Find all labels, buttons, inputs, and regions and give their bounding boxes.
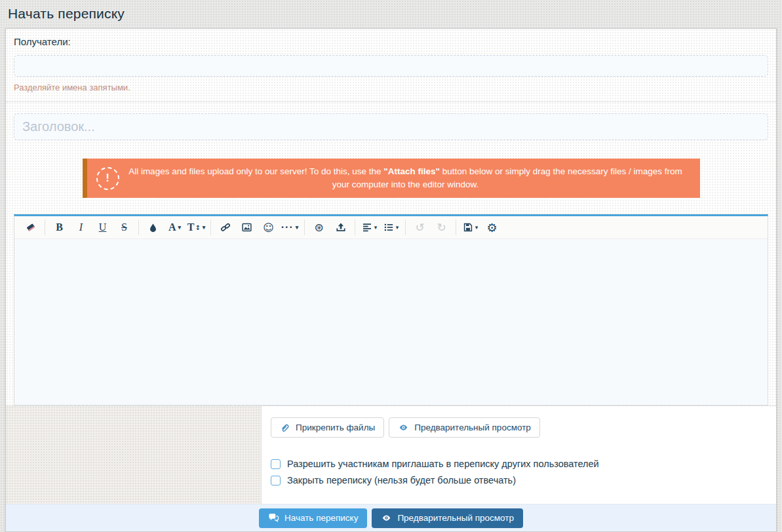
- chevron-down-icon: ▾: [203, 224, 206, 231]
- chevron-down-icon: ▾: [374, 224, 378, 231]
- chevron-down-icon: ▾: [296, 224, 300, 231]
- recipients-section: Получатели: Разделяйте имена запятыми.: [6, 29, 776, 102]
- option-label: Закрыть переписку (нельзя будет больше о…: [287, 475, 516, 485]
- eye-icon: [398, 423, 409, 432]
- option-allow-invite[interactable]: Разрешить участникам приглашать в перепи…: [271, 459, 767, 469]
- font-color-button[interactable]: A▾: [164, 218, 186, 237]
- tint-icon[interactable]: [142, 218, 164, 237]
- preview-label: Предварительный просмотр: [414, 423, 531, 432]
- compose-form-panel: Получатели: Разделяйте имена запятыми. !…: [5, 28, 777, 532]
- insert-link-icon[interactable]: [214, 218, 236, 237]
- warning-icon: !: [96, 167, 119, 190]
- subject-input[interactable]: [14, 113, 768, 140]
- options-list: Разрешить участникам приглашать в перепи…: [271, 459, 767, 485]
- start-conversation-label: Начать переписку: [284, 513, 358, 523]
- toolbar-separator: [304, 219, 305, 235]
- chevron-down-icon: ▾: [475, 224, 479, 231]
- checkbox-lock-conversation[interactable]: [271, 476, 281, 485]
- settings-gear-icon[interactable]: ⚙: [481, 218, 503, 237]
- attach-files-label: Прикрепить файлы: [296, 423, 375, 432]
- link-icon: [220, 222, 231, 233]
- align-button[interactable]: ▾: [359, 218, 380, 237]
- page-title: Начать переписку: [0, 0, 782, 28]
- attach-files-button[interactable]: Прикрепить файлы: [271, 417, 384, 438]
- insert-image-icon[interactable]: [236, 218, 258, 237]
- align-icon: [362, 222, 372, 233]
- preview-footer-label: Предварительный просмотр: [397, 513, 514, 523]
- smiley-icon[interactable]: ☺: [258, 218, 279, 237]
- more-options-button[interactable]: ···▾: [279, 218, 301, 237]
- attach-row: Прикрепить файлы Предварительный просмот…: [271, 417, 767, 438]
- list-icon: [383, 222, 394, 233]
- upload-icon: [336, 222, 346, 233]
- redo-icon[interactable]: ↻: [431, 218, 452, 237]
- toolbar-separator: [355, 219, 355, 235]
- special-media-icon[interactable]: ⊛: [308, 218, 330, 237]
- recipients-hint: Разделяйте имена запятыми.: [14, 83, 768, 92]
- toolbar-separator: [45, 219, 45, 235]
- size-arrows-icon: ↕: [195, 224, 200, 231]
- eraser-icon[interactable]: [20, 218, 41, 237]
- recipients-input[interactable]: [14, 55, 768, 77]
- rich-text-editor: B I U S A▾ T↕▾: [14, 214, 768, 406]
- toolbar-separator: [138, 219, 139, 235]
- notice-text: All images and files upload only to our …: [128, 165, 683, 191]
- footer-action-bar: Начать переписку Предварительный просмот…: [6, 504, 776, 531]
- preview-button-footer[interactable]: Предварительный просмотр: [372, 508, 523, 528]
- toolbar-separator: [405, 219, 406, 235]
- editor-content-area[interactable]: [14, 239, 768, 405]
- chevron-down-icon: ▾: [396, 224, 399, 231]
- chat-bubbles-icon: [268, 513, 279, 523]
- tint-icon: [148, 223, 158, 233]
- bold-button[interactable]: B: [49, 218, 70, 237]
- option-lock-conversation[interactable]: Закрыть переписку (нельзя будет больше о…: [271, 475, 767, 485]
- eye-icon: [381, 513, 392, 523]
- toolbar-separator: [456, 219, 456, 235]
- italic-button[interactable]: I: [70, 218, 92, 237]
- notice-row: ! All images and files upload only to ou…: [6, 140, 776, 214]
- strikethrough-button[interactable]: S: [113, 218, 135, 237]
- subject-section: [6, 102, 776, 140]
- preview-button-top[interactable]: Предварительный просмотр: [389, 417, 540, 438]
- editor-toolbar: B I U S A▾ T↕▾: [14, 216, 768, 239]
- font-size-button[interactable]: T↕▾: [186, 218, 207, 237]
- toolbar-separator: [210, 219, 211, 235]
- upload-icon[interactable]: [330, 218, 351, 237]
- checkbox-allow-invite[interactable]: [271, 459, 281, 469]
- floppy-save-icon: [463, 222, 473, 233]
- start-conversation-button[interactable]: Начать переписку: [259, 508, 367, 528]
- list-button[interactable]: ▾: [380, 218, 402, 237]
- paperclip-icon: [280, 423, 290, 433]
- bottom-controls-row: Прикрепить файлы Предварительный просмот…: [6, 406, 776, 504]
- upload-notice-banner: ! All images and files upload only to ou…: [83, 159, 700, 198]
- image-icon: [241, 222, 252, 233]
- option-label: Разрешить участникам приглашать в перепи…: [287, 459, 599, 469]
- underline-button[interactable]: U: [92, 218, 113, 237]
- label-column: [6, 406, 262, 504]
- drafts-button[interactable]: ▾: [459, 218, 481, 237]
- undo-icon[interactable]: ↺: [409, 218, 431, 237]
- controls-column: Прикрепить файлы Предварительный просмот…: [262, 406, 776, 504]
- chevron-down-icon: ▾: [178, 224, 182, 231]
- recipients-label: Получатели:: [14, 36, 768, 47]
- eraser-icon: [26, 222, 36, 233]
